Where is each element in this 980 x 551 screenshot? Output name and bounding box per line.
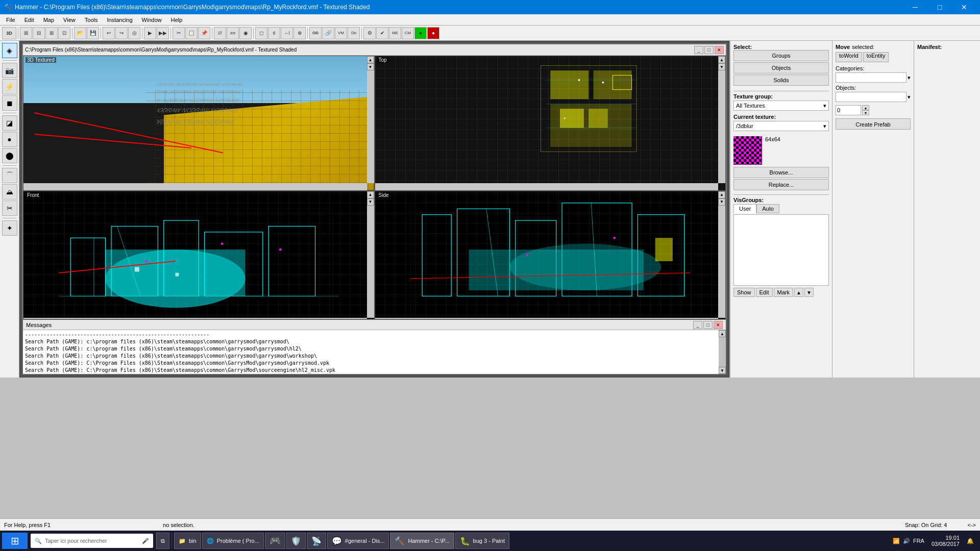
side-vscroll-up[interactable]: ▲ [718, 191, 725, 198]
side-vscroll-down[interactable]: ▼ [718, 198, 725, 206]
toolbar-grid3[interactable]: ⊞ [45, 27, 58, 39]
menu-tools[interactable]: Tools [81, 16, 102, 24]
menu-map[interactable]: Map [39, 16, 58, 24]
top-vscroll-down[interactable]: ▼ [718, 63, 725, 70]
toolbar-btn-env[interactable]: ME [389, 27, 401, 39]
3d-vscroll[interactable]: ▲ ▼ [367, 56, 374, 183]
msg-maximize[interactable]: □ [703, 321, 713, 329]
toolbar-copy[interactable]: 📋 [185, 27, 198, 39]
toolbar-btn-obj[interactable]: OD [309, 27, 322, 39]
toolbar-compile[interactable]: ▶ [144, 27, 156, 39]
number-input[interactable]: 0 [836, 105, 861, 115]
visgroups-auto-tab[interactable]: Auto [756, 204, 779, 213]
toolbar-btn-green[interactable]: ● [414, 27, 427, 39]
vscroll-up[interactable]: ▲ [367, 56, 374, 63]
menu-help[interactable]: Help [167, 16, 187, 24]
viewport-top[interactable]: Top ▲ ▼ [375, 56, 726, 191]
vscroll-down[interactable]: ▼ [367, 63, 374, 70]
toolbar-tex1[interactable]: /// [214, 27, 226, 39]
visgroups-down-arrow[interactable]: ▼ [804, 288, 814, 297]
visgroups-mark-btn[interactable]: Mark [774, 288, 793, 297]
toolbar-select[interactable]: ✂ [173, 27, 185, 39]
select-objects-btn[interactable]: Objects [733, 62, 829, 73]
menu-edit[interactable]: Edit [20, 16, 38, 24]
taskbar-filezilla[interactable]: 📡 [307, 533, 326, 549]
toentity-btn[interactable]: toEntity [863, 52, 889, 62]
top-vscroll-up[interactable]: ▲ [718, 56, 725, 63]
front-vscroll-up[interactable]: ▲ [367, 191, 374, 198]
toolbar-btn-path[interactable]: 🔗 [322, 27, 334, 39]
visgroups-user-tab[interactable]: User [733, 204, 756, 213]
msg-minimize[interactable]: _ [693, 321, 702, 329]
toolbar-btn-misc[interactable]: ⚙ [363, 27, 376, 39]
tool-block[interactable]: ◼ [2, 95, 17, 111]
toolbar-btn-check[interactable]: ✔ [376, 27, 388, 39]
toolbar-run[interactable]: ▶▶ [157, 27, 169, 39]
current-texture-dropdown[interactable]: /3dblur ▾ [733, 121, 829, 131]
minimize-button[interactable]: ─ [903, 0, 927, 14]
toolbar-tex3[interactable]: ◉ [239, 27, 252, 39]
taskbar-hammer[interactable]: 🔨 Hammer - C:\P... [390, 533, 454, 549]
visgroups-up-arrow[interactable]: ▲ [794, 288, 803, 297]
front-vscroll[interactable]: ▲ ▼ [367, 191, 374, 318]
toolbar-btn-cm[interactable]: CM [402, 27, 414, 39]
taskbar-steam[interactable]: 🎮 [265, 533, 285, 549]
3d-hscroll[interactable] [23, 183, 367, 190]
top-vscroll[interactable]: ▲ ▼ [718, 56, 725, 183]
tool-sphere[interactable]: ● [2, 132, 17, 147]
toolbar-redo[interactable]: ↪ [115, 27, 128, 39]
toolbar-btn-vm[interactable]: VM [335, 27, 347, 39]
toolbar-grid4[interactable]: ⊡ [58, 27, 70, 39]
viewport-front[interactable]: Front ▲ ▼ [23, 191, 375, 326]
viewport-minimize[interactable]: _ [694, 46, 703, 54]
viewport-3d[interactable]: NODRAW NODRAW NODRAW NODRAW NODRAW NODRA… [23, 56, 375, 191]
objects-input[interactable] [836, 92, 906, 102]
toolbar-btnC[interactable]: ↔l [281, 27, 293, 39]
menu-window[interactable]: Window [138, 16, 166, 24]
toolbar-3d[interactable]: 3D [2, 27, 16, 39]
toolbar-btn-vm2[interactable]: Db [348, 27, 360, 39]
toolbar-grid1[interactable]: ⊞ [20, 27, 32, 39]
side-vscroll[interactable]: ▲ ▼ [718, 191, 725, 318]
toolbar-grid2[interactable]: ⊟ [33, 27, 45, 39]
taskview-btn[interactable]: ⧉ [156, 533, 169, 549]
spinner-down[interactable]: ▼ [862, 110, 869, 115]
toolbar-btn-red[interactable]: ● [427, 27, 439, 39]
replace-button[interactable]: Replace... [733, 179, 829, 190]
toolbar-btn3[interactable]: ◎ [128, 27, 140, 39]
menu-view[interactable]: View [59, 16, 80, 24]
msg-vscroll[interactable]: ▲ ▼ [719, 330, 726, 374]
taskbar-paint[interactable]: 🐛 bug 3 - Paint [455, 533, 509, 549]
toolbar-open[interactable]: 📂 [74, 27, 86, 39]
tool-terrain[interactable]: ⛰ [2, 184, 17, 199]
toworld-btn[interactable]: toWorld [836, 52, 862, 62]
viewport-close[interactable]: ✕ [715, 46, 724, 54]
menu-instancing[interactable]: Instancing [103, 16, 136, 24]
tool-entity[interactable]: ⚡ [2, 79, 17, 94]
close-button[interactable]: ✕ [952, 0, 976, 14]
spinner-up[interactable]: ▲ [862, 105, 869, 110]
search-box[interactable]: 🔍 Taper ici pour rechercher 🎤 [31, 534, 153, 548]
taskbar-browser[interactable]: 🌐 Problème ( Pro... [202, 533, 264, 549]
texture-group-dropdown[interactable]: All Textures ▾ [733, 101, 829, 111]
tool-arch[interactable]: ⌒ [2, 168, 17, 183]
taskbar-explorer[interactable]: 📁 bin [174, 533, 201, 549]
toolbar-btnD[interactable]: ⊕ [293, 27, 306, 39]
msg-vscroll-up[interactable]: ▲ [719, 330, 726, 337]
start-button[interactable]: ⊞ [2, 533, 28, 549]
toolbar-tex2[interactable]: ≡≡ [227, 27, 239, 39]
tool-select[interactable]: ◈ [2, 43, 17, 58]
categories-input[interactable] [836, 72, 906, 83]
toolbar-paste[interactable]: 📌 [198, 27, 210, 39]
msg-vscroll-down[interactable]: ▼ [719, 367, 726, 374]
tool-clip[interactable]: ✂ [2, 201, 17, 216]
viewport-side[interactable]: Side ▲ ▼ [375, 191, 726, 326]
taskbar-discord[interactable]: 💬 #general - Dis... [327, 533, 389, 549]
tool-cylinder[interactable]: ⬤ [2, 148, 17, 163]
tool-wedge[interactable]: ◪ [2, 115, 17, 131]
select-groups-btn[interactable]: Groups [733, 50, 829, 61]
browse-button[interactable]: Browse... [733, 167, 829, 178]
maximize-button[interactable]: □ [928, 0, 951, 14]
visgroups-edit-btn[interactable]: Edit [756, 288, 773, 297]
create-prefab-btn[interactable]: Create Prefab [836, 118, 911, 130]
